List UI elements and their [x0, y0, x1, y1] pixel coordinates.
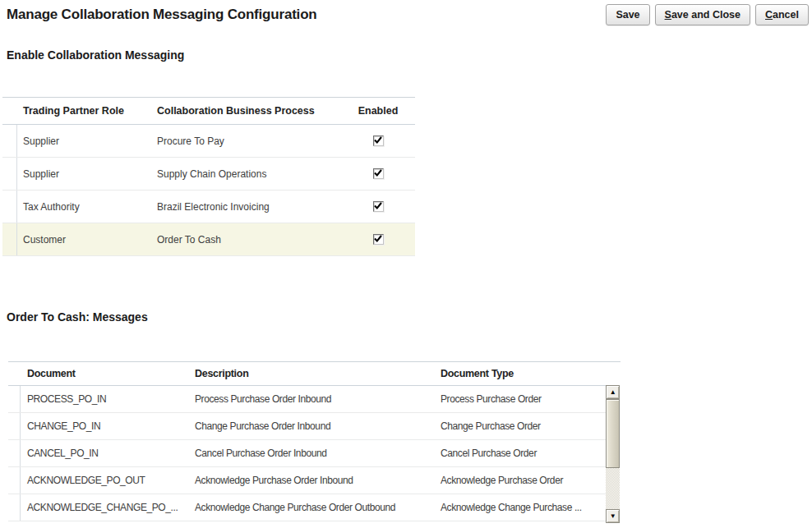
column-header-document[interactable]: Document — [21, 368, 187, 379]
document-cell: PROCESS_PO_IN — [21, 386, 187, 412]
table-row[interactable]: ACKNOWLEDGE_PO_OUT Acknowledge Purchase … — [8, 467, 606, 494]
scroll-down-button[interactable]: ▼ — [606, 509, 620, 523]
row-selector[interactable] — [8, 413, 21, 439]
row-selector[interactable] — [2, 191, 17, 223]
table-row[interactable]: PROCESS_PO_IN Process Purchase Order Inb… — [8, 386, 606, 413]
description-cell: Acknowledge Purchase Order Inbound — [187, 467, 434, 494]
table-row[interactable]: Tax Authority Brazil Electronic Invoicin… — [2, 191, 415, 223]
description-cell: Acknowledge Change Purchase Order Outbou… — [187, 494, 434, 521]
column-header-description[interactable]: Description — [187, 368, 434, 379]
row-selector[interactable] — [8, 440, 21, 466]
scroll-up-button[interactable]: ▲ — [606, 385, 620, 399]
scroll-up-icon: ▲ — [610, 389, 616, 396]
table-row[interactable]: CHANGE_PO_IN Change Purchase Order Inbou… — [8, 413, 606, 440]
description-cell: Process Purchase Order Inbound — [187, 386, 434, 412]
document-cell: CHANGE_PO_IN — [21, 413, 187, 439]
column-header-collaboration-business-process[interactable]: Collaboration Business Process — [152, 105, 341, 117]
check-icon — [374, 136, 382, 145]
row-selector[interactable] — [2, 125, 17, 157]
row-selector[interactable] — [2, 158, 17, 190]
save-and-close-label: ave and Close — [671, 9, 740, 21]
trading-partner-role-cell: Customer — [17, 223, 152, 255]
trading-partner-role-cell: Supplier — [17, 158, 152, 190]
document-type-cell: Process Purchase Order — [434, 386, 606, 412]
description-cell: Change Purchase Order Inbound — [187, 413, 434, 439]
enable-section-heading: Enable Collaboration Messaging — [7, 48, 184, 62]
scrollbar-thumb[interactable] — [606, 399, 620, 468]
column-header-trading-partner-role[interactable]: Trading Partner Role — [17, 105, 152, 117]
cancel-accesskey: C — [765, 9, 773, 21]
cancel-label: ancel — [773, 9, 799, 21]
document-cell: ACKNOWLEDGE_CHANGE_PO_... — [21, 494, 187, 521]
enabled-checkbox[interactable] — [373, 201, 384, 212]
table-row[interactable]: ACKNOWLEDGE_CHANGE_PO_... Acknowledge Ch… — [8, 494, 606, 521]
save-button[interactable]: Save — [606, 4, 649, 25]
scrollbar-track[interactable] — [606, 399, 620, 509]
enable-collaboration-table: Trading Partner Role Collaboration Busin… — [2, 97, 415, 256]
row-selector[interactable] — [8, 386, 21, 412]
trading-partner-role-cell: Tax Authority — [17, 191, 152, 223]
document-type-cell: Acknowledge Purchase Order — [434, 467, 606, 494]
order-to-cash-messages-table: Document Description Document Type PROCE… — [8, 361, 621, 523]
check-icon — [374, 202, 382, 210]
column-header-enabled[interactable]: Enabled — [341, 105, 415, 117]
check-icon — [374, 169, 382, 177]
document-type-cell: Change Purchase Order — [434, 413, 606, 439]
scroll-down-icon: ▼ — [610, 513, 616, 520]
business-process-cell: Supply Chain Operations — [152, 158, 341, 190]
row-selector[interactable] — [2, 223, 17, 255]
table-row[interactable]: CANCEL_PO_IN Cancel Purchase Order Inbou… — [8, 440, 606, 467]
table-header-row: Document Description Document Type — [8, 362, 606, 386]
enabled-checkbox[interactable] — [373, 168, 384, 179]
cancel-button[interactable]: Cancel — [755, 4, 809, 25]
table-row[interactable]: Customer Order To Cash — [2, 223, 415, 256]
table-header-row: Trading Partner Role Collaboration Busin… — [2, 97, 415, 125]
document-type-cell: Acknowledge Change Purchase ... — [434, 494, 606, 521]
save-and-close-accesskey: S — [665, 9, 671, 21]
column-header-document-type[interactable]: Document Type — [434, 368, 606, 379]
business-process-cell: Order To Cash — [152, 223, 341, 255]
enabled-checkbox[interactable] — [373, 135, 384, 146]
document-cell: CANCEL_PO_IN — [21, 440, 187, 466]
check-icon — [374, 235, 382, 243]
business-process-cell: Brazil Electronic Invoicing — [152, 191, 341, 223]
save-and-close-button[interactable]: Save and Close — [655, 4, 750, 25]
row-selector[interactable] — [8, 494, 21, 521]
row-selector[interactable] — [8, 467, 21, 494]
document-type-cell: Cancel Purchase Order — [434, 440, 606, 466]
trading-partner-role-cell: Supplier — [17, 125, 152, 157]
description-cell: Cancel Purchase Order Inbound — [187, 440, 434, 466]
toolbar: Save Save and Close Cancel — [606, 4, 809, 25]
business-process-cell: Procure To Pay — [152, 125, 341, 157]
table-row[interactable]: Supplier Supply Chain Operations — [2, 158, 415, 191]
document-cell: ACKNOWLEDGE_PO_OUT — [21, 467, 187, 494]
table-row[interactable]: Supplier Procure To Pay — [2, 125, 415, 158]
page-title: Manage Collaboration Messaging Configura… — [7, 7, 317, 23]
messages-section-heading: Order To Cash: Messages — [7, 310, 148, 324]
vertical-scrollbar: ▲ ▼ — [606, 385, 620, 523]
enabled-checkbox[interactable] — [373, 234, 384, 245]
